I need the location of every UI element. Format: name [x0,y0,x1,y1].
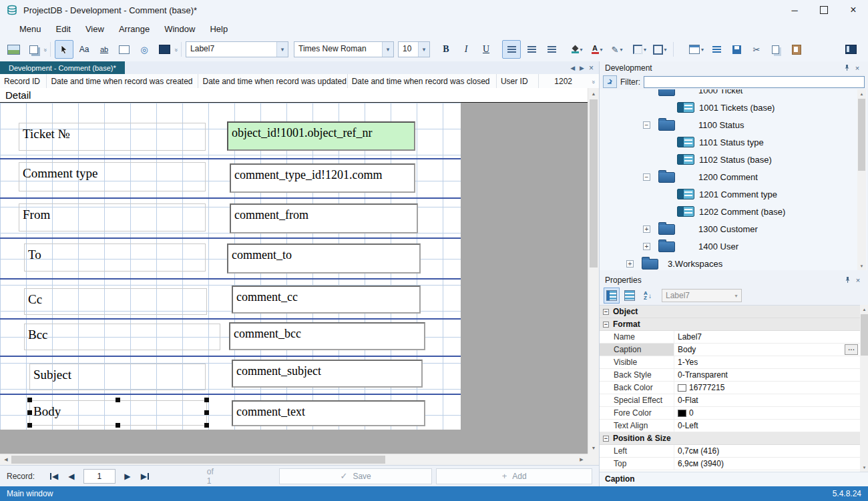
picture-tool-button[interactable] [4,40,23,59]
tab-scroll-right-icon[interactable]: ▶ [580,65,584,71]
next-record-button[interactable]: ▶ [119,469,136,484]
expand-icon[interactable] [643,243,650,250]
property-value[interactable]: 6,9см (3940) [674,458,860,470]
save-layout-button[interactable] [727,40,746,59]
detail-band-header[interactable]: Detail [0,88,588,103]
property-value[interactable]: 0 [674,407,860,419]
label-cc[interactable]: Cc [24,288,207,315]
add-button[interactable]: + Add [436,468,592,484]
scroll-left-icon[interactable]: ◀ [1,454,11,465]
property-row-left[interactable]: Left 0,7см (416) [600,445,860,458]
chevron-down-icon[interactable]: ▾ [276,42,288,57]
property-row-top[interactable]: Top 6,9см (3940) [600,458,860,470]
border-box-button[interactable]: ▾ [650,40,669,59]
field-list-button[interactable] [707,40,726,59]
collapse-icon[interactable] [603,309,609,315]
property-value[interactable]: Label7 [674,331,860,343]
selection-handle[interactable] [204,398,209,402]
alphabetical-view-button[interactable] [622,288,638,304]
scrollbar-thumb[interactable] [861,314,868,356]
tree-item-1102-status-base[interactable]: 1102 Status (base) [600,151,867,168]
menu-item-edit[interactable]: Edit [49,21,78,37]
toolbox-overflow-icon[interactable]: » [173,48,180,50]
style-combobox[interactable]: Label7 ▾ [186,41,288,57]
section-object[interactable]: Object [600,306,860,318]
pin-button[interactable] [842,276,853,284]
panel-close-button[interactable]: × [853,276,863,284]
align-right-button[interactable] [542,40,561,59]
field-comment-type[interactable]: comment_type_id!1201.comm [230,163,415,193]
close-button[interactable]: × [839,0,868,20]
property-row-back-color[interactable]: Back Color 16777215 [600,382,860,394]
field-comment-subject[interactable]: comment_subject [232,360,423,388]
go-to-object-button[interactable] [603,75,617,88]
chevron-down-icon[interactable]: ▾ [382,42,393,57]
tree-item-1201-comment-type[interactable]: 1201 Comment type [600,185,867,203]
property-value[interactable]: 0-Transparent [674,369,860,381]
pin-button[interactable] [841,64,852,71]
expand-icon[interactable] [626,260,634,268]
collapse-icon[interactable] [603,322,609,328]
panel-toggle-button[interactable] [841,40,860,59]
last-record-button[interactable]: ▶ [136,469,154,484]
scroll-right-icon[interactable]: ▶ [576,454,587,465]
font-size-combobox[interactable]: 10 ▾ [398,41,430,57]
border-style-button[interactable]: ▾ [630,40,649,59]
scroll-down-icon[interactable]: ▼ [857,262,866,270]
property-row-special-effect[interactable]: Special Effect 0-Flat [600,394,860,407]
design-horizontal-scrollbar[interactable]: ◀ ▶ [0,454,588,465]
scrollbar-thumb[interactable] [11,456,385,464]
column-header-closed[interactable]: Date and time when record was closed [348,74,497,88]
property-value[interactable]: 1-Yes [674,356,860,368]
chevron-down-icon[interactable]: ▾ [600,47,603,53]
cut-button[interactable]: ✂ [747,40,766,59]
property-row-fore-color[interactable]: Fore Color 0 [600,407,860,420]
scrollbar-thumb[interactable] [590,99,598,268]
tab-scroll-left-icon[interactable]: ◀ [570,65,575,71]
panel-close-button[interactable]: × [852,64,863,72]
previous-record-button[interactable]: ◀ [63,469,80,484]
property-value[interactable]: 0,7см (416) [674,445,860,457]
property-value[interactable]: 16777215 [674,382,860,394]
toolbar-overflow-icon[interactable]: » [42,48,49,50]
label-tool-button[interactable]: Aa [75,40,93,59]
selection-handle[interactable] [27,398,32,402]
filter-input[interactable] [644,76,865,88]
column-header-updated[interactable]: Date and time when record was updated [198,74,347,88]
field-comment-text[interactable]: comment_text [232,400,425,426]
header-overflow-button[interactable]: » [588,74,599,88]
tree-scrollbar[interactable]: ▲ ▼ [857,89,866,270]
save-button[interactable]: ✓ Save [279,468,433,484]
property-row-back-style[interactable]: Back Style 0-Transparent [600,369,860,382]
property-row-name[interactable]: Name Label7 [600,331,860,344]
column-header-record-id[interactable]: Record ID [0,74,47,88]
menu-item-help[interactable]: Help [202,21,235,37]
properties-scrollbar[interactable]: ▲ ▼ [860,305,868,472]
align-left-button[interactable] [502,40,521,59]
label-from[interactable]: From [19,203,206,231]
first-record-button[interactable]: ◀ [45,469,63,484]
select-tool-button[interactable] [55,40,73,59]
tree-item-1400-user[interactable]: 1400 User [600,237,867,255]
selection-handle[interactable] [204,410,209,415]
property-value[interactable]: 0-Left [674,420,860,432]
underline-button[interactable]: U [477,40,495,59]
form-view-button[interactable]: ▾ [687,40,706,59]
scroll-up-icon[interactable]: ▲ [860,305,868,314]
font-family-combobox[interactable]: Times New Roman ▾ [294,41,394,57]
scroll-up-icon[interactable]: ▲ [588,89,599,99]
menu-item-window[interactable]: Window [157,21,202,37]
label-comment-type[interactable]: Comment type [19,162,206,191]
selection-handle[interactable] [116,423,120,428]
label-subject[interactable]: Subject [29,364,206,390]
section-position-size[interactable]: Position & Size [600,432,860,445]
copy-button[interactable] [767,40,786,59]
bold-button[interactable]: B [437,40,455,59]
field-comment-to[interactable]: comment_to [227,243,421,274]
chevron-down-icon[interactable]: ▾ [418,42,429,57]
selection-handle[interactable] [27,423,32,428]
expand-icon[interactable] [643,225,650,233]
property-row-caption[interactable]: Caption Body... [600,344,860,356]
tab-close-icon[interactable]: × [589,63,594,73]
menu-item-view[interactable]: View [78,21,112,37]
